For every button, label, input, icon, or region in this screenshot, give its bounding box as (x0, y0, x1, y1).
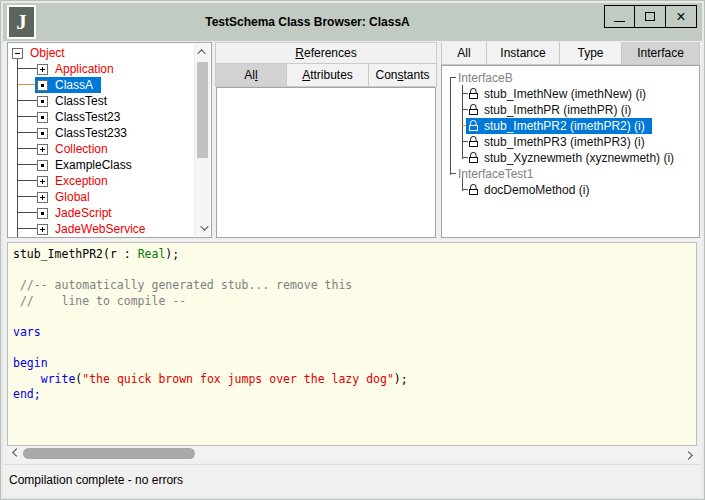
window-controls (604, 5, 697, 28)
references-list[interactable] (216, 87, 436, 238)
class-tree-item[interactable]: JadeWebService (8, 221, 194, 237)
member-tree-item[interactable]: stub_ImethPR (imethPR) (i) (442, 102, 699, 118)
window: J TestSchema Class Browser: ClassA Objec… (0, 0, 705, 500)
hscroll-thumb[interactable] (23, 448, 195, 459)
class-tree-panel: ObjectApplicationClassAClassTestClassTes… (7, 42, 212, 238)
hscroll-right-button[interactable] (682, 446, 697, 462)
app-icon: J (7, 5, 36, 39)
tab-all[interactable]: All (441, 42, 487, 65)
class-tree-item[interactable]: ClassTest233 (8, 125, 194, 141)
chevron-left-icon (12, 448, 20, 456)
class-tree-item[interactable]: Collection (8, 141, 194, 157)
code-editor[interactable]: stub_ImethPR2(r : Real); //-- automatica… (7, 242, 697, 446)
chevron-right-icon (684, 451, 692, 459)
vscroll-up-button[interactable] (195, 44, 211, 60)
titlebar: J TestSchema Class Browser: ClassA (3, 3, 702, 41)
chevron-down-icon (200, 222, 208, 230)
chevron-up-icon (197, 49, 205, 57)
editor-hscrollbar[interactable] (7, 446, 697, 462)
lock-icon (468, 88, 479, 100)
tab-all[interactable]: All (215, 64, 287, 87)
tab-constants[interactable]: Constants (369, 64, 437, 87)
tab-instance[interactable]: Instance (487, 42, 560, 65)
minimize-icon (614, 21, 625, 22)
members-panel: AllInstanceTypeInterface InterfaceBstub_… (441, 42, 700, 238)
member-tree-item[interactable]: stub_ImethPR3 (imethPR3) (i) (442, 134, 699, 150)
class-tree-item[interactable]: ExampleClass (8, 157, 194, 173)
minimize-button[interactable] (604, 5, 635, 28)
member-tree-item[interactable]: stub_Xyznewmeth (xyznewmeth) (i) (442, 150, 699, 166)
member-tree-item[interactable]: stub_ImethPR2 (imethPR2) (i) (442, 118, 699, 134)
references-tab[interactable]: References (215, 42, 437, 64)
maximize-button[interactable] (635, 5, 666, 28)
class-tree-item[interactable]: Application (8, 61, 194, 77)
class-tree-item[interactable]: ClassTest (8, 93, 194, 109)
tab-attributes[interactable]: Attributes (287, 64, 369, 87)
tab-type[interactable]: Type (560, 42, 622, 65)
class-tree-item[interactable]: ClassTest23 (8, 109, 194, 125)
lock-icon (468, 184, 479, 196)
interface-tree-item[interactable]: InterfaceTest1 (442, 166, 699, 182)
lock-icon (468, 104, 479, 116)
tab-interface[interactable]: Interface (622, 42, 700, 65)
member-tree-item[interactable]: docDemoMethod (i) (442, 182, 699, 198)
interface-tree-item[interactable]: InterfaceB (442, 70, 699, 86)
references-subtabs: AllAttributesConstants (215, 64, 437, 87)
maximize-icon (645, 12, 655, 21)
lock-icon (468, 136, 479, 148)
code-area: stub_ImethPR2(r : Real); //-- automatica… (13, 247, 694, 403)
status-bar: Compilation complete - no errors (3, 464, 702, 497)
members-tabs: AllInstanceTypeInterface (441, 42, 700, 65)
class-tree-item[interactable]: Exception (8, 173, 194, 189)
members-tree: InterfaceBstub_ImethNew (imethNew) (i)st… (442, 66, 699, 237)
lock-icon (468, 120, 479, 132)
status-text: Compilation complete - no errors (9, 473, 183, 487)
hscroll-left-button[interactable] (7, 446, 22, 462)
class-tree-item[interactable]: ClassA (8, 77, 194, 93)
window-title: TestSchema Class Browser: ClassA (63, 3, 552, 41)
references-panel: References AllAttributesConstants (215, 42, 437, 238)
member-tree-item[interactable]: stub_ImethNew (imethNew) (i) (442, 86, 699, 102)
lock-icon (468, 152, 479, 164)
class-tree-item[interactable]: Global (8, 189, 194, 205)
class-tree-scrollbar[interactable] (194, 44, 210, 236)
members-content: InterfaceBstub_ImethNew (imethNew) (i)st… (441, 65, 700, 238)
class-tree-item[interactable]: Object (8, 45, 194, 61)
class-tree-item[interactable]: JadeScript (8, 205, 194, 221)
vscroll-down-button[interactable] (195, 220, 211, 236)
vscroll-thumb[interactable] (197, 62, 208, 158)
close-button[interactable] (666, 5, 697, 28)
class-tree: ObjectApplicationClassAClassTestClassTes… (8, 43, 194, 237)
